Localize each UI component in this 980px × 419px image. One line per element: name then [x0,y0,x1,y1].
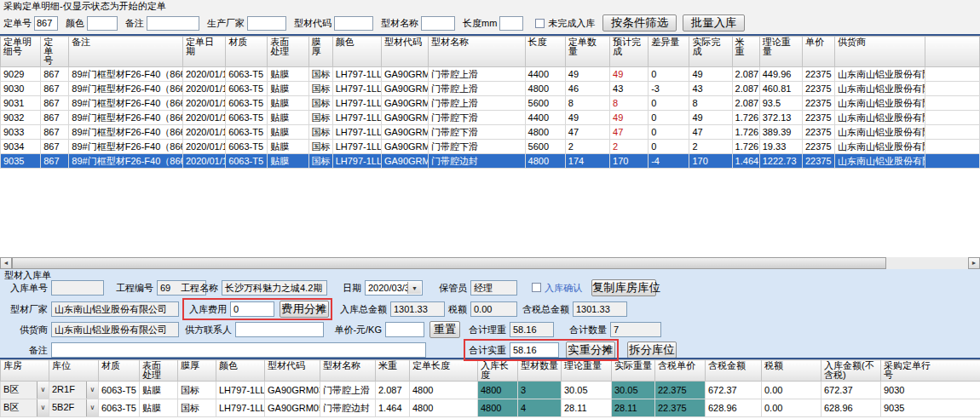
column-header[interactable]: 膜厚 [178,360,216,382]
column-header[interactable]: 型材名称 [320,360,376,382]
column-header[interactable]: 型材代码 [381,37,428,67]
batch-inbound-button[interactable]: 批量入库 [683,14,745,32]
bottom-remark-field[interactable] [51,342,426,358]
contact-field[interactable] [235,322,324,337]
column-header[interactable]: 型材数量 [518,360,562,382]
column-header[interactable]: 型材名称 [429,37,525,67]
length-input[interactable] [499,16,523,31]
column-header[interactable]: 定单明 细号 [1,37,41,67]
column-header[interactable]: 型材代码 [265,360,320,382]
reset-button[interactable]: 重置 [429,321,460,338]
column-header[interactable]: 长度 [525,37,565,67]
column-header[interactable] [925,37,979,67]
inbound-confirm-checkbox[interactable] [532,283,541,292]
actual-weight-field[interactable]: 58.16 [510,342,559,358]
inbound-row[interactable]: B区∨5B2F∨6063-T5贴膜国标LH797-1LL0GA90GRM05门带… [1,399,980,417]
cell: 22.375 [655,399,706,417]
column-header[interactable]: 实际重量 [612,360,655,382]
cell: -4 [649,154,689,169]
column-header[interactable]: 入库金额(不 含税) [821,360,881,382]
column-header[interactable]: 米 重 [732,37,759,67]
profile-code-input[interactable] [334,16,373,31]
scroll-right-icon[interactable]: ► [968,257,980,269]
combo-caret-icon[interactable]: ∨ [37,382,49,399]
filter-by-condition-button[interactable]: 按条件筛选 [602,14,677,32]
column-header[interactable]: 库位 [49,360,99,382]
total-qty-field[interactable]: 7 [610,322,661,337]
column-header[interactable]: 定单长度 [410,360,478,382]
split-location-button[interactable]: 拆分库位 [627,342,677,359]
horizontal-scrollbar[interactable]: ◄ ► [0,257,980,269]
column-header[interactable]: 库房 [1,360,49,382]
supplier-field[interactable]: 山东南山铝业股份有限公司 [51,322,179,337]
column-header[interactable]: 税额 [762,360,821,382]
profile-name-input[interactable] [421,16,455,31]
column-header[interactable]: 差异量 [649,37,689,67]
column-header[interactable]: 单价 [802,37,834,67]
column-header[interactable]: 备注 [69,37,183,67]
theory-weight-field[interactable]: 58.16 [510,322,554,337]
order-row[interactable]: 903186789#门框型材F26-F40（866+867）2020/01/13… [1,96,980,111]
unit-price-field[interactable] [385,322,424,337]
tax-field[interactable]: 0.00 [470,301,517,317]
column-header[interactable]: 材质 [99,360,140,382]
order-row[interactable]: 903386789#门框型材F26-F40（866+867）2020/01/13… [1,125,980,140]
cell: 2.087 [732,82,759,96]
column-header[interactable]: 理论重 量 [759,37,802,67]
column-header[interactable]: 定单数 量 [565,37,609,67]
inbound-no-field[interactable] [51,280,104,296]
copy-location-button[interactable]: 复制库房库位 [591,279,656,296]
column-header[interactable]: 供货商 [835,37,925,67]
cell: 5600 [525,140,565,154]
location-combo[interactable]: 5B2F∨ [49,399,99,417]
fee-share-button[interactable]: 费用分摊 [280,301,329,318]
column-header[interactable]: 含税单价 [655,360,706,382]
tax-total-field[interactable]: 1301.33 [573,301,627,317]
warehouse-combo[interactable]: B区∨ [1,382,49,399]
inbound-row[interactable]: B区∨2R1F∨6063-T5贴膜国标LH797-1LL0GA90GRM03门带… [1,382,980,399]
column-header[interactable]: 材质 [226,37,268,67]
order-no-input[interactable]: 867 [34,16,58,31]
column-header[interactable]: 米重 [376,360,410,382]
color-input[interactable] [87,16,118,31]
unfinished-inbound-checkbox[interactable] [535,19,545,28]
cell: 4400 [525,111,565,125]
project-name-field[interactable]: 长沙万科魅力之城4.2期 [222,280,327,296]
warehouse-combo[interactable]: B区∨ [1,399,49,417]
column-header[interactable]: 膜 厚 [308,37,332,67]
column-header[interactable]: 表面 处理 [268,37,308,67]
column-header[interactable]: 颜色 [332,37,381,67]
column-header[interactable]: 含税金额 [706,360,762,382]
total-amount-field[interactable]: 1301.33 [390,301,445,317]
date-field[interactable]: 2020/03/31 ▼ [365,280,423,296]
column-header[interactable]: 颜色 [216,360,265,382]
column-header[interactable]: 实际完 成 [689,37,732,67]
combo-caret-icon[interactable]: ∨ [86,399,98,416]
order-row[interactable]: 902986789#门框型材F26-F40（866+867）2020/01/13… [1,67,980,82]
keeper-field[interactable]: 经理 [470,280,517,296]
scroll-left-icon[interactable]: ◄ [0,257,12,269]
remark-input[interactable] [147,16,199,31]
weight-share-button[interactable]: 实重分摊 [566,342,615,359]
column-header[interactable]: 定单日期 [182,37,225,67]
order-row[interactable]: 903486789#门框型材F26-F40（866+867）2020/01/13… [1,140,980,154]
location-combo[interactable]: 2R1F∨ [49,382,99,399]
factory-field[interactable]: 山东南山铝业股份有限公司 [51,301,179,317]
column-header[interactable]: 采购定单行 号 [881,360,980,382]
order-row[interactable]: 903286789#门框型材F26-F40（866+867）2020/01/13… [1,111,980,125]
column-header[interactable]: 入库长度 [478,360,518,382]
column-header[interactable]: 理论重量 [562,360,612,382]
combo-caret-icon[interactable]: ∨ [86,382,98,399]
manufacturer-input[interactable] [247,16,286,31]
order-row[interactable]: 903586789#门框型材F26-F40（866+867）2020/01/13… [1,154,980,169]
order-row[interactable]: 903086789#门框型材F26-F40（866+867）2020/01/13… [1,82,980,96]
column-header[interactable]: 预计完 成 [610,37,649,67]
inbound-fee-field[interactable]: 0 [230,301,274,317]
cell: 49 [689,67,732,82]
calendar-dropdown-icon[interactable]: ▼ [407,282,421,294]
scrollbar-thumb[interactable] [12,257,886,269]
combo-caret-icon[interactable]: ∨ [37,399,49,416]
column-header[interactable]: 表面 处理 [140,360,178,382]
cell: 1.726 [732,111,759,125]
column-header[interactable]: 定 单 号 [41,37,69,67]
